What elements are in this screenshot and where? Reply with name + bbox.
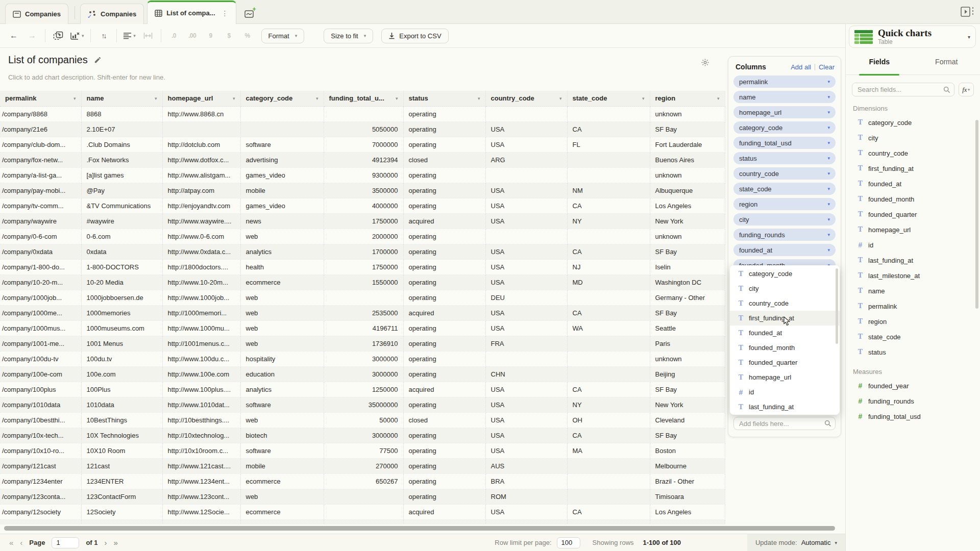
pill-menu-caret-icon[interactable]: ▾ [827,110,830,115]
dimension-field-item[interactable]: T state_code [857,329,980,344]
column-menu-caret-icon[interactable]: ▾ [396,96,398,101]
column-menu-caret-icon[interactable]: ▾ [559,96,562,101]
rounding-icon[interactable]: 9 [204,29,217,43]
dropdown-field-item[interactable]: T founded_quarter [730,355,840,370]
pill-menu-caret-icon[interactable]: ▾ [827,202,830,207]
dimension-field-item[interactable]: T country_code [857,145,980,161]
tab-format[interactable]: Format [913,49,980,74]
column-pill[interactable]: funding_rounds ▾ [733,229,836,241]
delete-chart-icon[interactable]: ▾ [70,29,84,43]
pill-menu-caret-icon[interactable]: ▾ [827,186,830,191]
format-button[interactable]: Format ▾ [261,29,305,43]
pill-menu-caret-icon[interactable]: ▾ [827,140,830,145]
prev-page-button[interactable]: ‹ [20,538,22,547]
column-menu-caret-icon[interactable]: ▾ [642,96,645,101]
column-header[interactable]: funding_total_u... ▾ [324,91,403,106]
chart-type-selector[interactable]: Quick charts Table ▾ [849,26,976,48]
dimension-field-item[interactable]: T last_milestone_at [857,268,980,283]
column-header[interactable]: status ▾ [403,91,485,106]
column-header[interactable]: permalink ▾ [0,91,81,106]
dropdown-field-item[interactable]: T last_funding_at [730,399,840,414]
dropdown-field-item[interactable]: T city [730,281,840,296]
caret-down-icon[interactable]: ▾ [835,540,837,545]
column-header[interactable]: state_code ▾ [567,91,650,106]
dimension-field-item[interactable]: T name [857,283,980,298]
dimension-field-item[interactable]: T founded_quarter [857,207,980,222]
column-pill[interactable]: city ▾ [733,213,836,226]
column-pill[interactable]: category_code ▾ [733,121,836,134]
column-menu-caret-icon[interactable]: ▾ [316,96,318,101]
dimension-field-item[interactable]: T city [857,130,980,145]
column-menu-caret-icon[interactable]: ▾ [233,96,235,101]
undo-icon[interactable]: ← [7,29,20,43]
dropdown-field-item[interactable]: T founded_at [730,325,840,340]
fields-panel-scrollbar[interactable] [975,120,978,309]
column-pill[interactable]: founded_at ▾ [733,244,836,256]
column-header[interactable]: category_code ▾ [240,91,324,106]
column-pill[interactable]: funding_total_usd ▾ [733,137,836,149]
column-pill[interactable]: homepage_url ▾ [733,106,836,118]
dropdown-field-item[interactable]: T homepage_url [730,370,840,385]
export-csv-button[interactable]: Export to CSV [381,29,448,43]
sort-icon[interactable]: ↑↓ [97,29,110,43]
column-header[interactable]: region ▾ [650,91,725,106]
column-pill[interactable]: region ▾ [733,198,836,210]
add-fields-input[interactable] [733,417,836,430]
dropdown-field-item[interactable]: T founded_month [730,340,840,355]
column-menu-caret-icon[interactable]: ▾ [478,96,480,101]
tab-companies-dataset[interactable]: Companies [5,4,68,24]
dimension-field-item[interactable]: T homepage_url [857,222,980,237]
clear-link[interactable]: Clear [819,63,835,71]
dimension-field-item[interactable]: T founded_month [857,191,980,207]
dropdown-field-item[interactable]: T country_code [730,296,840,311]
dimension-field-item[interactable]: T permalink [857,298,980,314]
pill-menu-caret-icon[interactable]: ▾ [827,125,830,130]
column-pill[interactable]: permalink ▾ [733,76,836,88]
dimension-field-item[interactable]: T founded_at [857,176,980,191]
column-pill[interactable]: name ▾ [733,91,836,103]
column-menu-caret-icon[interactable]: ▾ [717,96,720,101]
measure-field-item[interactable]: # funding_total_usd [857,409,980,424]
chart-title[interactable]: List of companies [8,54,88,66]
column-pill[interactable]: country_code ▾ [733,167,836,180]
page-input[interactable] [52,537,79,548]
row-limit-input[interactable] [557,537,580,548]
column-pill[interactable]: state_code ▾ [733,183,836,195]
dropdown-field-item[interactable]: # id [730,385,840,399]
dropdown-field-item[interactable]: T first_funding_at [730,311,840,325]
dimension-field-item[interactable]: T status [857,344,980,360]
increase-decimals-icon[interactable]: .00 [186,29,199,43]
dimension-field-item[interactable]: T first_funding_at [857,161,980,176]
size-to-fit-button[interactable]: Size to fit ▾ [324,29,373,43]
new-chart-button[interactable]: + [239,3,260,23]
column-header[interactable]: country_code ▾ [485,91,567,106]
tab-menu-icon[interactable]: ⋮ [222,9,229,17]
last-page-button[interactable]: » [114,538,118,547]
pill-menu-caret-icon[interactable]: ▾ [827,156,830,161]
column-pill[interactable]: status ▾ [733,152,836,164]
dropdown-field-item[interactable]: T category_code [730,266,840,281]
collapse-panel-icon[interactable] [961,7,974,17]
text-align-icon[interactable]: ▾ [123,29,136,43]
pill-menu-caret-icon[interactable]: ▾ [827,171,830,176]
duplicate-widget-icon[interactable] [52,29,65,43]
chart-description-placeholder[interactable]: Click to add chart description. Shift-en… [8,73,165,81]
pill-menu-caret-icon[interactable]: ▾ [827,94,830,99]
pill-menu-caret-icon[interactable]: ▾ [827,79,830,84]
gear-icon[interactable] [701,58,709,67]
pill-menu-caret-icon[interactable]: ▾ [827,247,830,253]
tab-list-of-companies[interactable]: List of compa... ⋮ [147,1,236,24]
tab-companies-chart[interactable]: ✓ Companies [80,4,144,24]
search-fields-input[interactable] [852,83,954,96]
column-header[interactable]: name ▾ [81,91,162,106]
measure-field-item[interactable]: # funding_rounds [857,393,980,409]
edit-title-icon[interactable] [94,56,102,64]
add-all-link[interactable]: Add all [791,63,811,71]
dimension-field-item[interactable]: T category_code [857,115,980,130]
decrease-decimals-icon[interactable]: .0 [167,29,181,43]
pill-menu-caret-icon[interactable]: ▾ [827,217,830,222]
column-menu-caret-icon[interactable]: ▾ [155,96,157,101]
update-mode-value[interactable]: Automatic [801,539,831,546]
next-page-button[interactable]: › [105,538,107,547]
tab-fields[interactable]: Fields [846,49,913,74]
